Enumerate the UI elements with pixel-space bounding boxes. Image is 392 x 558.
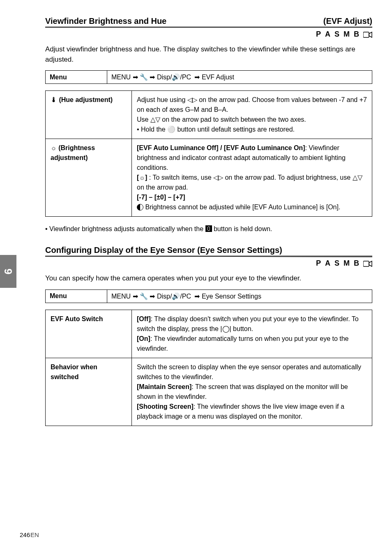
section2-rule [45,256,372,257]
mode-m: M [344,259,350,268]
mode-b: B [354,259,359,268]
arrow-icon: ➡ Eye Sensor Settings [193,292,263,300]
chapter-side-tab: 6 [0,255,16,288]
mode-movie-icon [363,259,372,268]
behavior-label: Behavior when switched [46,358,132,426]
mode-b: B [354,30,359,39]
mode-s: S [334,259,339,268]
maintain-screen-label: [Maintain Screen] [137,383,191,390]
section1-title-right: (EVF Adjust) [323,16,372,26]
section2-modes: P A S M B [45,259,372,268]
svg-rect-0 [363,32,369,37]
brightness-footnote: Brightness cannot be adjusted while [EVF… [145,204,340,211]
thermometer-icon: 🌡 [51,96,57,103]
mode-movie-icon [363,30,372,39]
section2-title: Configuring Display of the Eye Sensor (E… [45,245,372,255]
auto-switch-on: [On] [137,335,150,342]
shooting-screen-label: [Shooting Screen] [137,403,194,410]
section1-modes: P A S M B [45,30,372,39]
hue-label: (Hue adjustment) [59,96,113,103]
hue-line4: • Hold the ⚪ button until default settin… [137,126,295,133]
svg-rect-1 [363,261,369,266]
page-lang: EN [30,531,39,538]
brightness-label: (Brightness adjustment) [51,144,95,161]
nav-path-col1: MENU ➡ 🔧 ➡ Disp/🔊/PC [111,293,191,300]
section2-options-table: EVF Auto Switch [Off]: The display doesn… [45,310,372,426]
hue-line3: Use △▽ on the arrow pad to switch betwee… [137,116,306,123]
nav-label: Menu [46,289,107,303]
section1-note: • Viewfinder brightness adjusts automati… [45,224,372,234]
section2-nav-table: Menu MENU ➡ 🔧 ➡ Disp/🔊/PC ➡ Eye Sensor S… [45,289,372,303]
mode-a: A [325,30,330,39]
auto-switch-label: EVF Auto Switch [46,310,132,358]
nav-path-col1: MENU ➡ 🔧 ➡ Disp/🔊/PC [111,74,191,81]
sun-icon: ☼ [51,144,57,151]
section1-options-table: 🌡 (Hue adjustment) Adjust hue using ◁▷ o… [45,90,372,217]
arrow-icon: ➡ EVF Adjust [193,73,236,81]
brightness-row: ☼ (Brightness adjustment) [EVF Auto Lumi… [46,139,372,217]
nav-path: MENU ➡ 🔧 ➡ Disp/🔊/PC ➡ EVF Adjust [107,71,372,84]
behavior-lead: Switch the screen to display when the ey… [137,364,361,380]
brightness-toggle-label: [EVF Auto Luminance Off] / [EVF Auto Lum… [137,144,305,151]
section2-intro: You can specify how the camera operates … [45,273,372,284]
page-number: 246 [20,531,30,538]
section1-title-left: Viewfinder Brightness and Hue [45,16,166,26]
mode-s: S [334,30,339,39]
brightness-values: [-7] – [±0] – [+7] [137,194,185,201]
mode-m: M [344,30,350,39]
section1-intro: Adjust viewfinder brightness and hue. Th… [45,44,372,65]
sun-icon-small: ☼ [139,174,145,181]
auto-switch-row: EVF Auto Switch [Off]: The display doesn… [46,310,372,358]
auto-switch-off-desc: : The display doesn't switch when you pu… [137,315,359,332]
hue-row: 🌡 (Hue adjustment) Adjust hue using ◁▷ o… [46,91,372,139]
mode-a: A [325,259,330,268]
chapter-number: 6 [2,269,15,274]
auto-switch-off: [Off] [137,315,151,322]
section1-nav-table: Menu MENU ➡ 🔧 ➡ Disp/🔊/PC ➡ EVF Adjust [45,70,372,84]
auto-switch-on-desc: : The viewfinder automatically turns on … [137,335,349,352]
hue-line1: Adjust hue using ◁▷ on the arrow pad. Ch… [137,96,337,103]
half-moon-icon [137,204,143,211]
brightness-howto: : To switch items, use ◁▷ on the arrow p… [137,174,362,191]
brightness-close-bracket: ] [145,174,147,181]
nav-label: Menu [46,71,107,84]
section1-heading: Viewfinder Brightness and Hue (EVF Adjus… [45,16,372,28]
mode-p: P [316,30,321,39]
behavior-row: Behavior when switched Switch the screen… [46,358,372,426]
mode-p: P [316,259,321,268]
nav-path: MENU ➡ 🔧 ➡ Disp/🔊/PC ➡ Eye Sensor Settin… [107,289,372,303]
